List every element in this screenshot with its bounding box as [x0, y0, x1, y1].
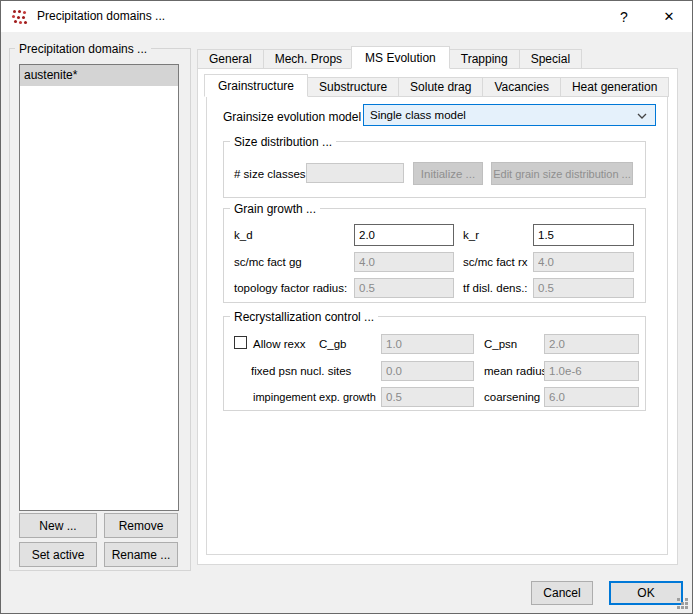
subtab-heat-generation[interactable]: Heat generation — [560, 77, 669, 97]
size-classes-label: # size classes: — [234, 168, 309, 180]
subtab-grainstructure[interactable]: Grainstructure — [204, 74, 308, 97]
tab-general[interactable]: General — [197, 49, 264, 69]
subtab-vacancies[interactable]: Vacancies — [482, 77, 560, 97]
fixed-psn-nucl-sites-label: fixed psn nucl. sites — [251, 365, 351, 377]
tab-ms-evolution[interactable]: MS Evolution — [351, 46, 450, 69]
k-d-label: k_d — [234, 229, 253, 241]
sc-mc-fact-gg-label: sc/mc fact gg — [234, 256, 302, 268]
size-distribution-group-label: Size distribution ... — [230, 135, 336, 149]
k-d-input[interactable] — [354, 224, 454, 246]
impingement-exp-growth-label: impingement exp. growth — [253, 391, 376, 403]
initialize-button: Initialize ... — [413, 162, 483, 185]
grainsize-model-label: Grainsize evolution model — [223, 110, 361, 124]
sc-mc-fact-gg-input — [354, 252, 454, 272]
list-item-austenite[interactable]: austenite* — [20, 65, 178, 86]
mean-radius-label: mean radius — [484, 365, 547, 377]
tf-disl-dens-input — [533, 278, 634, 298]
recrystallization-group-label: Recrystallization control ... — [230, 310, 378, 324]
help-button[interactable]: ? — [602, 1, 646, 32]
tab-mech-props[interactable]: Mech. Props — [263, 49, 354, 69]
tf-disl-dens-label: tf disl. dens.: — [463, 282, 528, 294]
title-bar: Precipitation domains ... ? ✕ — [1, 1, 692, 32]
new-button[interactable]: New ... — [19, 513, 97, 538]
rename-button[interactable]: Rename ... — [104, 542, 178, 567]
subtab-substructure[interactable]: Substructure — [307, 77, 399, 97]
k-r-input[interactable] — [533, 224, 634, 246]
subtab-solute-drag[interactable]: Solute drag — [398, 77, 483, 97]
sc-mc-fact-rx-input — [533, 252, 634, 272]
precipitation-domains-group-label: Precipitation domains ... — [15, 42, 151, 56]
allow-rexx-checkbox[interactable] — [234, 336, 247, 349]
fixed-psn-nucl-sites-input — [381, 361, 474, 381]
main-tab-bar: General Mech. Props MS Evolution Trappin… — [197, 46, 581, 69]
topology-factor-radius-input — [354, 278, 454, 298]
tab-special[interactable]: Special — [519, 49, 582, 69]
set-active-button[interactable]: Set active — [19, 542, 97, 567]
edit-grain-size-distribution-button: Edit grain size distribution ... — [491, 162, 633, 185]
sc-mc-fact-rx-label: sc/mc fact rx — [463, 256, 528, 268]
coarsening-label: coarsening — [484, 391, 540, 403]
remove-button[interactable]: Remove — [104, 513, 178, 538]
c-psn-input — [544, 334, 639, 354]
cancel-button[interactable]: Cancel — [531, 581, 593, 605]
c-gb-label: C_gb — [319, 338, 347, 350]
domain-list[interactable]: austenite* — [19, 64, 179, 511]
grain-growth-group-label: Grain growth ... — [230, 202, 320, 216]
chevron-down-icon — [637, 113, 647, 119]
topology-factor-radius-label: topology factor radius: — [234, 282, 347, 294]
ok-button[interactable]: OK — [609, 581, 683, 605]
app-icon — [12, 9, 28, 25]
close-icon[interactable]: ✕ — [646, 1, 692, 32]
c-gb-input — [381, 334, 474, 354]
size-classes-input — [306, 163, 404, 183]
resize-grip[interactable] — [677, 598, 690, 611]
grainsize-model-dropdown[interactable]: Single class model — [363, 104, 656, 126]
tab-trapping[interactable]: Trapping — [449, 49, 520, 69]
coarsening-input — [544, 387, 639, 407]
window-title: Precipitation domains ... — [37, 1, 165, 32]
precipitation-domains-dialog: Precipitation domains ... ? ✕ Precipitat… — [0, 0, 693, 614]
grainsize-model-value: Single class model — [370, 109, 466, 121]
c-psn-label: C_psn — [484, 338, 517, 350]
sub-tab-bar: Grainstructure Substructure Solute drag … — [206, 74, 668, 97]
impingement-exp-growth-input — [381, 387, 474, 407]
allow-rexx-label: Allow rexx — [253, 338, 305, 350]
k-r-label: k_r — [463, 229, 479, 241]
mean-radius-input — [544, 361, 639, 381]
